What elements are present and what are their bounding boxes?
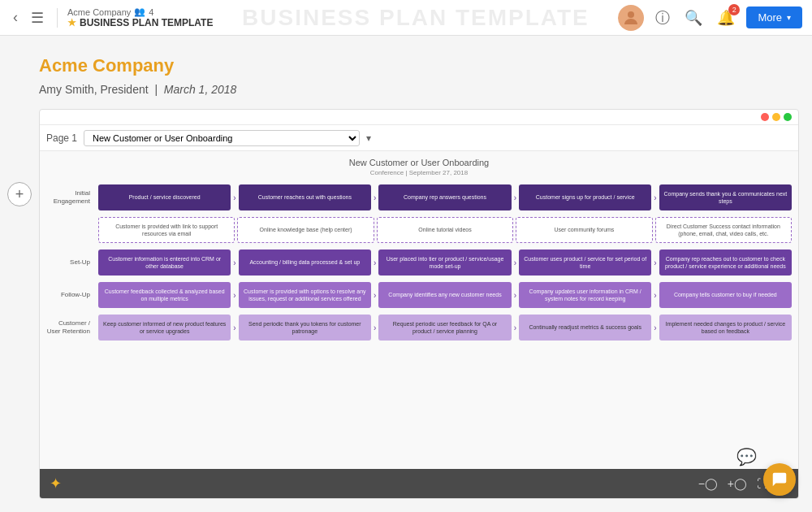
arrow-icon: › <box>654 193 656 202</box>
box-feedback-collected: Customer feedback collected & analyzed b… <box>98 282 231 308</box>
diagram-title: New Customer or User Onboarding <box>349 158 489 167</box>
box-customer-signs: Customer signs up for product / service <box>519 184 651 210</box>
chat-bubble-icon <box>771 471 788 488</box>
box-options-provided: Customer is provided with options to res… <box>239 282 371 308</box>
back-button[interactable]: ‹ <box>10 6 21 29</box>
box-tier-setup: User placed into tier or product / servi… <box>378 249 511 276</box>
box-user-feedback: Request periodic user feedback for QA or… <box>378 315 511 341</box>
row-label-initial: InitialEngagement <box>46 189 95 206</box>
box-new-needs: Company identifies any new customer need… <box>378 282 511 308</box>
content-area: Acme Company Amy Smith, President | Marc… <box>39 36 812 512</box>
arrow-icon: › <box>233 193 235 202</box>
help-button[interactable]: ⓘ <box>652 5 673 31</box>
viewer-top-bar <box>40 110 798 125</box>
zoom-out-icon[interactable]: −◯ <box>698 477 718 490</box>
background-title-text: BUSINESS PLAN TEMPLATE <box>219 5 611 31</box>
document-title: Acme Company <box>39 55 799 76</box>
box-product-discovered: Product / service discovered <box>98 184 231 210</box>
arrow-icon: › <box>654 291 656 300</box>
diagram-rows: InitialEngagement Product / service disc… <box>46 184 792 341</box>
box-direct-contact: Direct Customer Success contact informat… <box>655 217 792 243</box>
box-tutorials: Online tutorial videos <box>377 217 513 243</box>
comment-icon[interactable]: 💬 <box>736 447 757 466</box>
diagram-row-initial: InitialEngagement Product / service disc… <box>46 184 792 210</box>
avatar[interactable] <box>618 5 644 31</box>
row-boxes-initial-sub: Customer is provided with link to suppor… <box>98 217 792 243</box>
breadcrumb: Acme Company 👥 4 ★ BUSINESS PLAN TEMPLAT… <box>67 7 213 28</box>
diagram-row-retention: Customer /User Retention Keep customer i… <box>46 315 792 341</box>
close-window-icon[interactable] <box>761 113 769 121</box>
header: ‹ ☰ Acme Company 👥 4 ★ BUSINESS PLAN TEM… <box>0 0 812 36</box>
diagram-row-setup: Set-Up Customer information is entered i… <box>46 249 792 276</box>
share-icon[interactable]: ✦ <box>50 475 62 492</box>
row-boxes-retention: Keep customer informed of new product fe… <box>98 315 792 341</box>
zoom-in-icon[interactable]: +◯ <box>728 477 747 490</box>
box-tells-customer: Company tells customer to buy if needed <box>659 282 792 308</box>
box-crm-entry: Customer information is entered into CRM… <box>98 249 231 276</box>
arrow-icon: › <box>374 323 376 332</box>
document-subtitle: Amy Smith, President | March 1, 2018 <box>39 83 799 96</box>
box-customer-reaches: Customer reaches out with questions <box>239 184 371 210</box>
chat-bubble-button[interactable] <box>763 463 796 496</box>
arrow-icon: › <box>514 193 516 202</box>
doc-title-breadcrumb: ★ BUSINESS PLAN TEMPLATE <box>67 17 213 28</box>
dropdown-icon[interactable]: ▾ <box>366 132 371 144</box>
page-select[interactable]: New Customer or User Onboarding <box>84 130 360 146</box>
arrow-icon: › <box>514 291 516 300</box>
box-knowledge-base: Online knowledge base (help center) <box>237 217 374 243</box>
box-thank-you: Send periodic thank you tokens for custo… <box>239 315 371 341</box>
add-section-button[interactable]: + <box>7 182 32 206</box>
arrow-icon: › <box>654 323 656 332</box>
arrow-icon: › <box>514 323 516 332</box>
people-icon: 👥 <box>134 7 145 17</box>
box-company-reaches: Company rep reaches out to customer to c… <box>659 249 792 276</box>
row-boxes-setup: Customer information is entered into CRM… <box>98 249 792 276</box>
row-label-followup: Follow-Up <box>46 291 95 299</box>
row-label-setup: Set-Up <box>46 258 95 267</box>
menu-button[interactable]: ☰ <box>28 6 47 30</box>
box-readjust-metrics: Continually readjust metrics & success g… <box>519 315 651 341</box>
arrow-icon: › <box>374 193 376 202</box>
star-icon[interactable]: ★ <box>67 17 76 28</box>
row-boxes-followup: Customer feedback collected & analyzed b… <box>98 282 792 308</box>
box-uses-product: Customer uses product / service for set … <box>519 249 651 276</box>
arrow-icon: › <box>233 258 235 267</box>
box-support-resources: Customer is provided with link to suppor… <box>98 217 235 243</box>
main-content: + Acme Company Amy Smith, President | Ma… <box>0 36 812 512</box>
minimize-window-icon[interactable] <box>772 113 780 121</box>
add-column: + <box>0 36 39 512</box>
box-billing: Accounting / billing data processed & se… <box>239 249 371 276</box>
viewer-toolbar: Page 1 New Customer or User Onboarding ▾ <box>40 125 798 151</box>
more-label: More <box>758 11 782 24</box>
box-inform-customer: Keep customer informed of new product fe… <box>98 315 231 341</box>
page-label: Page 1 <box>46 132 77 144</box>
more-button[interactable]: More ▾ <box>746 7 802 28</box>
header-actions: ⓘ 🔍 🔔 2 More ▾ <box>618 5 802 31</box>
process-diagram: New Customer or User Onboarding Conferen… <box>46 158 792 462</box>
arrow-icon: › <box>233 291 235 300</box>
box-company-answers: Company rep answers questions <box>378 184 511 210</box>
diagram-area: New Customer or User Onboarding Conferen… <box>40 151 798 469</box>
header-divider <box>57 8 58 28</box>
chevron-down-icon: ▾ <box>787 13 791 22</box>
notifications-button[interactable]: 🔔 2 <box>714 6 738 30</box>
people-count: 4 <box>149 7 153 17</box>
diagram-subtitle: Conference | September 27, 2018 <box>370 169 468 176</box>
box-company-thanks: Company sends thank you & communicates n… <box>659 184 792 210</box>
company-name: Acme Company <box>67 7 131 17</box>
box-implement-changes: Implement needed changes to product / se… <box>659 315 792 341</box>
diagram-row-initial-sub: Customer is provided with link to suppor… <box>46 217 792 243</box>
row-label-retention: Customer /User Retention <box>46 319 95 336</box>
doc-author: Amy Smith, President <box>39 83 149 96</box>
diagram-row-followup: Follow-Up Customer feedback collected & … <box>46 282 792 308</box>
avatar-icon <box>621 8 641 28</box>
arrow-icon: › <box>233 323 235 332</box>
doc-date: March 1, 2018 <box>164 83 237 96</box>
doc-separator: | <box>152 83 164 96</box>
company-info: Acme Company 👥 4 <box>67 7 213 17</box>
document-viewer: Page 1 New Customer or User Onboarding ▾… <box>39 109 799 499</box>
search-button[interactable]: 🔍 <box>681 6 706 30</box>
arrow-icon: › <box>374 258 376 267</box>
maximize-window-icon[interactable] <box>784 113 792 121</box>
row-boxes-initial: Product / service discovered › Customer … <box>98 184 792 210</box>
